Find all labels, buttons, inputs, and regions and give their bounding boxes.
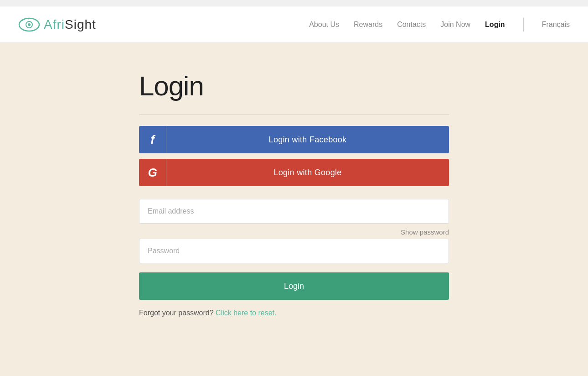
facebook-login-button[interactable]: f Login with Facebook xyxy=(139,126,449,153)
logo-text: AfriSight xyxy=(44,17,96,32)
logo-afri: Afri xyxy=(44,17,65,31)
logo-icon xyxy=(18,16,40,33)
nav-join[interactable]: Join Now xyxy=(440,21,470,29)
email-group xyxy=(139,199,449,224)
show-password-toggle[interactable]: Show password xyxy=(401,228,449,236)
nav-about[interactable]: About Us xyxy=(309,21,339,29)
login-container: Login f Login with Facebook G Login with… xyxy=(139,70,449,317)
logo[interactable]: AfriSight xyxy=(18,16,96,33)
page-title: Login xyxy=(139,70,449,102)
forgot-link[interactable]: Click here to reset. xyxy=(216,309,276,317)
header: AfriSight About Us Rewards Contacts Join… xyxy=(0,6,588,43)
svg-point-2 xyxy=(28,23,31,26)
nav-language[interactable]: Français xyxy=(542,21,570,29)
password-input[interactable] xyxy=(139,239,449,263)
divider xyxy=(139,115,449,115)
email-input[interactable] xyxy=(139,199,449,224)
nav-login[interactable]: Login xyxy=(485,21,505,29)
main-nav: About Us Rewards Contacts Join Now Login… xyxy=(309,18,570,31)
topbar xyxy=(0,0,588,6)
google-login-button[interactable]: G Login with Google xyxy=(139,159,449,186)
google-icon: G xyxy=(139,159,166,186)
login-button[interactable]: Login xyxy=(139,272,449,300)
show-password-row: Show password xyxy=(139,228,449,236)
main-content: Login f Login with Facebook G Login with… xyxy=(0,43,588,345)
google-btn-label: Login with Google xyxy=(166,168,449,178)
forgot-static: Forgot your password? xyxy=(139,309,214,317)
facebook-btn-label: Login with Facebook xyxy=(166,135,449,145)
nav-rewards[interactable]: Rewards xyxy=(354,21,382,29)
nav-divider xyxy=(523,18,524,31)
nav-contacts[interactable]: Contacts xyxy=(397,21,426,29)
forgot-password-text: Forgot your password? Click here to rese… xyxy=(139,309,449,317)
facebook-icon: f xyxy=(139,126,166,153)
logo-sight: Sight xyxy=(65,17,96,31)
password-group xyxy=(139,239,449,263)
